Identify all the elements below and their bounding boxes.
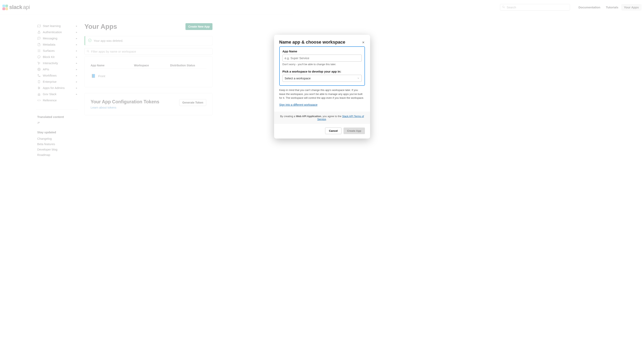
workspace-label: Pick a workspace to develop your app in: — [282, 70, 362, 73]
modal-focus-region: App Name Don't worry - you'll be able to… — [279, 46, 365, 86]
sign-into-different-workspace-link[interactable]: Sign into a different workspace — [279, 103, 318, 106]
create-app-button[interactable]: Create App — [344, 127, 365, 134]
create-app-modal: Name app & choose workspace App Name Don… — [274, 35, 370, 138]
app-name-label: App Name — [282, 49, 362, 53]
workspace-select-value: Select a workspace — [285, 76, 311, 80]
app-name-input[interactable] — [282, 54, 362, 61]
chevron-down-icon — [357, 76, 360, 80]
workspace-select[interactable]: Select a workspace — [282, 75, 362, 82]
workspace-warning: Keep in mind that you can't change this … — [279, 88, 365, 100]
close-icon[interactable] — [362, 41, 365, 44]
modal-overlay: Name app & choose workspace App Name Don… — [0, 0, 644, 157]
app-name-hint: Don't worry - you'll be able to change t… — [282, 63, 362, 66]
modal-title: Name app & choose workspace — [279, 39, 345, 45]
cancel-button[interactable]: Cancel — [325, 127, 342, 134]
terms-note: By creating a Web API Application, you a… — [274, 111, 370, 124]
